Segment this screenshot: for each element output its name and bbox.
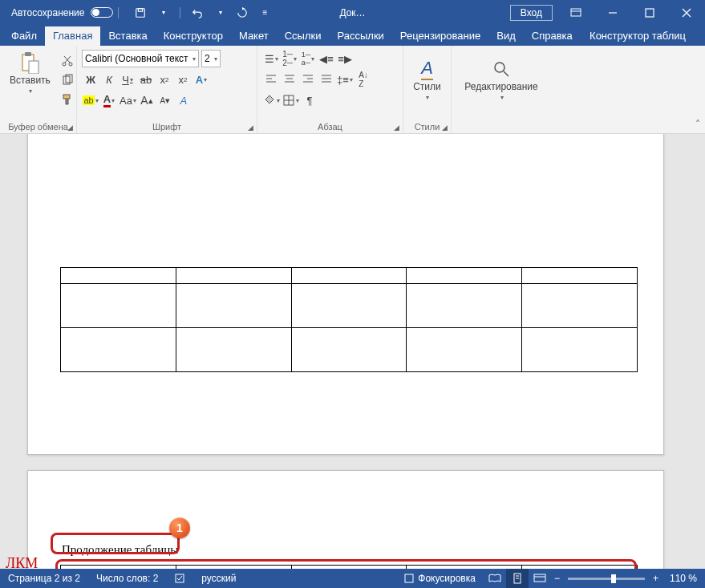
styles-launcher[interactable]: ◢ xyxy=(440,122,450,132)
borders-button[interactable]: ▾ xyxy=(282,91,300,109)
bold-button[interactable]: Ж xyxy=(82,71,99,88)
focus-mode-button[interactable]: Фокусировка xyxy=(395,569,484,588)
format-painter-icon[interactable] xyxy=(59,91,76,108)
align-center-button[interactable] xyxy=(281,71,298,88)
group-clipboard-label: Буфер обмена xyxy=(5,120,71,133)
svg-rect-0 xyxy=(136,8,145,17)
callout-caption xyxy=(51,533,180,554)
zoom-level[interactable]: 110 % xyxy=(662,569,705,588)
close-icon[interactable] xyxy=(668,0,705,25)
tab-layout[interactable]: Макет xyxy=(231,26,277,46)
superscript-button[interactable]: x2 xyxy=(174,71,192,88)
zoom-out-button[interactable]: − xyxy=(551,569,563,588)
save-icon[interactable] xyxy=(130,3,151,22)
svg-rect-10 xyxy=(29,61,38,74)
tab-references[interactable]: Ссылки xyxy=(277,26,330,46)
line-spacing-button[interactable]: ‡≡▾ xyxy=(336,71,354,88)
justify-button[interactable] xyxy=(318,71,335,88)
status-bar: Страница 2 из 2 Число слов: 2 русский Фо… xyxy=(0,569,705,588)
change-case-button[interactable]: Aa▾ xyxy=(119,91,137,109)
copy-icon[interactable] xyxy=(59,71,76,89)
font-name-combo[interactable]: Calibri (Основной текст▾ xyxy=(82,50,199,67)
ribbon: Вставить ▾ Буфер обмена ◢ Calibri (Основ… xyxy=(0,46,705,134)
font-size-combo[interactable]: 2▾ xyxy=(201,50,221,67)
align-right-button[interactable] xyxy=(299,71,317,88)
autosave-toggle[interactable] xyxy=(91,7,113,18)
status-page[interactable]: Страница 2 из 2 xyxy=(0,569,88,588)
status-words[interactable]: Число слов: 2 xyxy=(88,569,166,588)
web-layout-icon[interactable] xyxy=(529,569,551,588)
document-area[interactable]: Продолжение таблицы ЛКМ Ctrl + X 1 2 3 xyxy=(0,134,705,569)
tab-file[interactable]: Файл xyxy=(3,26,45,46)
redo-icon[interactable] xyxy=(232,3,253,22)
status-language[interactable]: русский xyxy=(193,569,244,588)
svg-rect-1 xyxy=(139,8,143,11)
paragraph-launcher[interactable]: ◢ xyxy=(391,122,402,132)
tab-home[interactable]: Главная xyxy=(45,26,100,46)
svg-rect-34 xyxy=(405,574,413,582)
undo-icon[interactable] xyxy=(187,3,208,22)
tab-review[interactable]: Рецензирование xyxy=(392,26,488,46)
titlebar: Автосохранение ▾ ▾ ≡ Док… Вход xyxy=(0,0,705,25)
svg-rect-15 xyxy=(63,95,70,99)
ribbon-display-icon[interactable] xyxy=(557,0,594,25)
svg-point-11 xyxy=(63,63,66,66)
shading-button[interactable]: ▾ xyxy=(262,91,281,109)
page-1 xyxy=(27,134,664,455)
italic-button[interactable]: К xyxy=(100,71,118,88)
numbering-button[interactable]: 1─2─▾ xyxy=(281,50,298,67)
text-effects-button[interactable]: A▾ xyxy=(192,71,210,88)
zoom-slider[interactable] xyxy=(568,578,645,580)
multilevel-button[interactable]: 1─ a─▾ xyxy=(299,50,317,67)
align-left-button[interactable] xyxy=(262,71,280,88)
decrease-indent-button[interactable]: ◀≡ xyxy=(318,50,335,67)
clear-format-button[interactable]: A xyxy=(175,91,192,109)
highlight-color-button[interactable]: ab▾ xyxy=(82,91,99,109)
bullets-button[interactable]: ☰▾ xyxy=(262,50,280,67)
cut-icon[interactable] xyxy=(59,52,76,70)
annotation-lkm: ЛКМ xyxy=(6,555,38,569)
sort-button[interactable]: A↓Z xyxy=(355,71,372,88)
tab-mailings[interactable]: Рассылки xyxy=(329,26,391,46)
login-button[interactable]: Вход xyxy=(510,5,553,21)
svg-point-12 xyxy=(69,63,72,66)
svg-point-31 xyxy=(495,63,504,72)
undo-dropdown-icon[interactable]: ▾ xyxy=(209,3,230,22)
tab-help[interactable]: Справка xyxy=(524,26,581,46)
tab-design[interactable]: Конструктор xyxy=(156,26,231,46)
font-launcher[interactable]: ◢ xyxy=(245,122,256,132)
save-dropdown-icon[interactable]: ▾ xyxy=(152,3,173,22)
table-1[interactable] xyxy=(60,267,638,372)
tab-insert[interactable]: Вставка xyxy=(100,26,155,46)
group-font: Calibri (Основной текст▾ 2▾ Ж К Ч▾ ab x2… xyxy=(77,46,257,133)
styles-button[interactable]: A Стили ▾ xyxy=(408,49,446,110)
underline-button[interactable]: Ч▾ xyxy=(119,71,136,88)
collapse-ribbon-icon[interactable]: ˄ xyxy=(695,119,700,130)
group-clipboard: Вставить ▾ Буфер обмена ◢ xyxy=(0,46,77,133)
status-proofing-icon[interactable] xyxy=(166,569,193,588)
font-color-button[interactable]: A▾ xyxy=(100,91,118,109)
print-layout-icon[interactable] xyxy=(506,569,529,588)
group-editing: Редактирование ▾ xyxy=(452,46,551,133)
grow-font-button[interactable]: A▴ xyxy=(138,91,156,109)
increase-indent-button[interactable]: ≡▶ xyxy=(336,50,354,67)
show-marks-button[interactable]: ¶ xyxy=(301,91,318,109)
tab-table-design[interactable]: Конструктор таблиц xyxy=(581,26,694,46)
paste-button[interactable]: Вставить ▾ xyxy=(5,49,55,98)
shrink-font-button[interactable]: A▾ xyxy=(156,91,174,109)
tab-view[interactable]: Вид xyxy=(488,26,524,46)
zoom-in-button[interactable]: + xyxy=(650,569,662,588)
read-mode-icon[interactable] xyxy=(484,569,506,588)
group-paragraph: ☰▾ 1─2─▾ 1─ a─▾ ◀≡ ≡▶ ‡≡▾ A↓Z ▾ ▾ ¶ Абза… xyxy=(257,46,403,133)
ribbon-tabs: Файл Главная Вставка Конструктор Макет С… xyxy=(0,25,705,46)
strike-button[interactable]: ab xyxy=(137,71,155,88)
badge-1: 1 xyxy=(169,517,190,538)
qat-more-icon[interactable]: ≡ xyxy=(254,3,275,22)
subscript-button[interactable]: x2 xyxy=(156,71,173,88)
editing-button[interactable]: Редактирование ▾ xyxy=(456,49,546,110)
maximize-icon[interactable] xyxy=(631,0,668,25)
minimize-icon[interactable] xyxy=(594,0,631,25)
clipboard-launcher[interactable]: ◢ xyxy=(65,122,75,132)
svg-rect-38 xyxy=(534,574,545,582)
group-styles: A Стили ▾ Стили ◢ xyxy=(403,46,452,133)
